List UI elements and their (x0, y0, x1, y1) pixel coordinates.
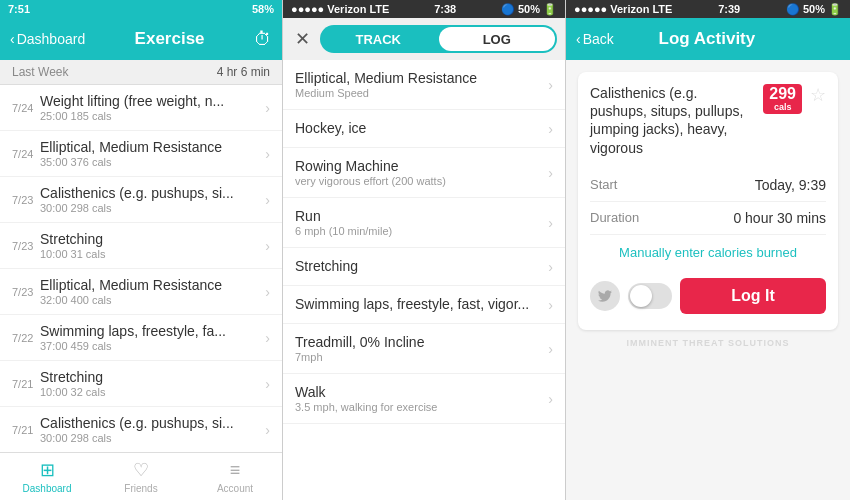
exercise-item-4[interactable]: 7/23 Stretching 10:00 31 cals › (0, 223, 282, 269)
twitter-toggle[interactable] (628, 283, 672, 309)
a-chevron-4: › (548, 215, 553, 231)
a-info-3: Rowing Machine very vigorous effort (200… (295, 158, 548, 187)
exercise-item-8[interactable]: 7/21 Calisthenics (e.g. pushups, si... 3… (0, 407, 282, 452)
exercise-date-4: 7/23 (12, 240, 40, 252)
exercise-info-8: Calisthenics (e.g. pushups, si... 30:00 … (40, 415, 261, 444)
chevron-icon-2: › (265, 146, 270, 162)
panel-log-activity: ●●●●● Verizon LTE 7:39 🔵 50% 🔋 ‹ Back Lo… (566, 0, 850, 500)
activity-item-7[interactable]: Treadmill, 0% Incline 7mph › (283, 324, 565, 374)
exercise-meta-4: 10:00 31 cals (40, 248, 261, 260)
activity-item-3[interactable]: Rowing Machine very vigorous effort (200… (283, 148, 565, 198)
timer-icon[interactable]: ⏱ (254, 29, 272, 50)
bottom-actions: Log It (590, 270, 826, 318)
calorie-count: 299 (769, 86, 796, 102)
exercise-item-2[interactable]: 7/24 Elliptical, Medium Resistance 35:00… (0, 131, 282, 177)
seg-log-button[interactable]: LOG (439, 27, 556, 51)
a-name-4: Run (295, 208, 548, 224)
exercise-name-7: Stretching (40, 369, 261, 385)
account-icon: ≡ (230, 460, 241, 481)
exercise-item-5[interactable]: 7/23 Elliptical, Medium Resistance 32:00… (0, 269, 282, 315)
a-sub-4: 6 mph (10 min/mile) (295, 225, 548, 237)
status-battery-2: 🔵 50% 🔋 (501, 3, 557, 16)
exercise-item-1[interactable]: 7/24 Weight lifting (free weight, n... 2… (0, 85, 282, 131)
a-name-8: Walk (295, 384, 548, 400)
segment-control: TRACK LOG (320, 25, 557, 53)
seg-track-label: TRACK (356, 32, 402, 47)
exercise-name-6: Swimming laps, freestyle, fa... (40, 323, 261, 339)
status-battery-1: 58% (252, 3, 274, 15)
start-value[interactable]: Today, 9:39 (655, 177, 826, 193)
exercise-date-7: 7/21 (12, 378, 40, 390)
exercise-info-3: Calisthenics (e.g. pushups, si... 30:00 … (40, 185, 261, 214)
a-chevron-3: › (548, 165, 553, 181)
exercise-info-6: Swimming laps, freestyle, fa... 37:00 45… (40, 323, 261, 352)
tab-dashboard[interactable]: ⊞ Dashboard (0, 453, 94, 500)
chevron-icon-7: › (265, 376, 270, 392)
back-label-3: Back (583, 31, 614, 47)
a-sub-7: 7mph (295, 351, 548, 363)
twitter-share-icon[interactable] (590, 281, 620, 311)
exercise-name-3: Calisthenics (e.g. pushups, si... (40, 185, 261, 201)
back-button-1[interactable]: ‹ Dashboard (10, 31, 85, 47)
status-bar-1: 7:51 58% (0, 0, 282, 18)
start-label: Start (590, 177, 655, 192)
activity-item-8[interactable]: Walk 3.5 mph, walking for exercise › (283, 374, 565, 424)
chevron-icon-5: › (265, 284, 270, 300)
exercise-date-5: 7/23 (12, 286, 40, 298)
exercise-info-7: Stretching 10:00 32 cals (40, 369, 261, 398)
a-info-5: Stretching (295, 258, 548, 275)
a-sub-1: Medium Speed (295, 87, 548, 99)
exercise-meta-6: 37:00 459 cals (40, 340, 261, 352)
back-button-3[interactable]: ‹ Back (576, 31, 614, 47)
a-name-3: Rowing Machine (295, 158, 548, 174)
a-info-7: Treadmill, 0% Incline 7mph (295, 334, 548, 363)
duration-label: Duration (590, 210, 655, 225)
tab-friends-label: Friends (124, 483, 157, 494)
a-sub-8: 3.5 mph, walking for exercise (295, 401, 548, 413)
exercise-list: 7/24 Weight lifting (free weight, n... 2… (0, 85, 282, 452)
nav-bar-3: ‹ Back Log Activity (566, 18, 850, 60)
tab-dashboard-label: Dashboard (23, 483, 72, 494)
activity-item-6[interactable]: Swimming laps, freestyle, fast, vigor...… (283, 286, 565, 324)
toggle-thumb (630, 285, 652, 307)
exercise-date-3: 7/23 (12, 194, 40, 206)
tab-account[interactable]: ≡ Account (188, 453, 282, 500)
status-time-2: 7:38 (434, 3, 456, 15)
exercise-meta-5: 32:00 400 cals (40, 294, 261, 306)
exercise-meta-8: 30:00 298 cals (40, 432, 261, 444)
tab-friends[interactable]: ♡ Friends (94, 453, 188, 500)
panel-exercise-log: 7:51 58% ‹ Dashboard Exercise ⏱ Last Wee… (0, 0, 283, 500)
manual-calories-link[interactable]: Manually enter calories burned (590, 235, 826, 270)
a-info-2: Hockey, ice (295, 120, 548, 137)
chevron-icon-6: › (265, 330, 270, 346)
status-battery-3: 🔵 50% 🔋 (786, 3, 842, 16)
week-header: Last Week 4 hr 6 min (0, 60, 282, 85)
activity-title-row: Calisthenics (e.g. pushups, situps, pull… (590, 84, 826, 157)
activity-item-4[interactable]: Run 6 mph (10 min/mile) › (283, 198, 565, 248)
a-chevron-6: › (548, 297, 553, 313)
close-button[interactable]: ✕ (291, 24, 314, 54)
chevron-icon-4: › (265, 238, 270, 254)
exercise-item-6[interactable]: 7/22 Swimming laps, freestyle, fa... 37:… (0, 315, 282, 361)
exercise-date-2: 7/24 (12, 148, 40, 160)
a-info-8: Walk 3.5 mph, walking for exercise (295, 384, 548, 413)
a-sub-3: very vigorous effort (200 watts) (295, 175, 548, 187)
watermark: IMMINENT THREAT SOLUTIONS (578, 330, 838, 350)
nav-bar-1: ‹ Dashboard Exercise ⏱ (0, 18, 282, 60)
star-icon[interactable]: ☆ (810, 84, 826, 106)
activity-item-1[interactable]: Elliptical, Medium Resistance Medium Spe… (283, 60, 565, 110)
exercise-meta-2: 35:00 376 cals (40, 156, 261, 168)
a-info-1: Elliptical, Medium Resistance Medium Spe… (295, 70, 548, 99)
exercise-meta-7: 10:00 32 cals (40, 386, 261, 398)
log-it-button[interactable]: Log It (680, 278, 826, 314)
exercise-item-3[interactable]: 7/23 Calisthenics (e.g. pushups, si... 3… (0, 177, 282, 223)
duration-value[interactable]: 0 hour 30 mins (655, 210, 826, 226)
activity-item-2[interactable]: Hockey, ice › (283, 110, 565, 148)
exercise-date-8: 7/21 (12, 424, 40, 436)
tab-account-label: Account (217, 483, 253, 494)
calorie-label: cals (769, 102, 796, 112)
activity-item-5[interactable]: Stretching › (283, 248, 565, 286)
log-card: Calisthenics (e.g. pushups, situps, pull… (578, 72, 838, 330)
seg-track-button[interactable]: TRACK (320, 25, 437, 53)
exercise-item-7[interactable]: 7/21 Stretching 10:00 32 cals › (0, 361, 282, 407)
